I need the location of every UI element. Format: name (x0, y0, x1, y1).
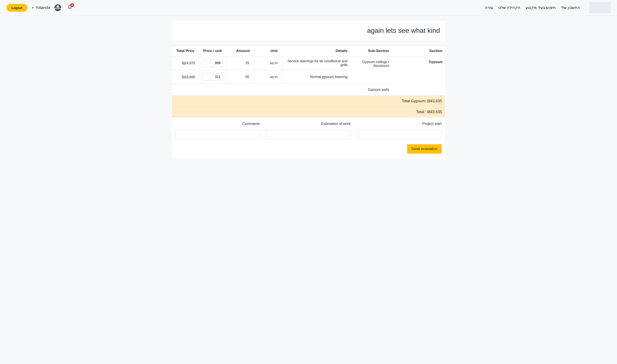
cell-total-price: ₪24,975 (172, 56, 199, 70)
user-dropdown[interactable]: ▼ Yolanda (32, 5, 50, 10)
form-section: Comments Estimation of work Project star… (172, 117, 445, 144)
th-subsection: Sub-Section (350, 46, 392, 56)
price-input[interactable] (202, 59, 223, 67)
table-row: ₪24,975 25 sq m Service openings for air… (172, 56, 445, 70)
nav-my-account[interactable]: החשבון שלי (561, 5, 580, 10)
comments-input[interactable] (175, 130, 260, 139)
cell-price-unit (199, 70, 226, 84)
logout-button[interactable]: Logout (6, 4, 27, 12)
username-label: Yolanda (36, 5, 50, 10)
logo-placeholder (589, 2, 611, 13)
project-start-input[interactable] (357, 130, 442, 139)
th-details: Details (282, 46, 350, 56)
cell-total-price: ₪18,660 (172, 70, 199, 84)
form-group-estimation: Estimation of work (266, 122, 351, 139)
cell-subsection: Gypsum ceilings / Aluminium (350, 56, 392, 84)
notifications-button[interactable]: 2 (68, 5, 72, 11)
submit-section: Send evaluation (172, 144, 445, 159)
comments-label: Comments (242, 122, 260, 126)
caret-down-icon: ▼ (32, 7, 34, 9)
estimate-table-wrapper: Total Price Price / unit Amount Unit Det… (172, 46, 445, 159)
price-input[interactable] (202, 73, 223, 81)
th-total-price: Total Price (172, 46, 199, 56)
header-left: Logout ▼ Yolanda 2 (6, 4, 72, 12)
th-section: Section (392, 46, 445, 56)
title-card: again lets see what kind (172, 21, 445, 40)
cell-price-unit (199, 56, 226, 70)
empty-cell (172, 84, 350, 96)
subtotal-cell: Total Gypsum: ₪43,635 (172, 96, 445, 106)
subtotal-row: Total Gypsum: ₪43,635 (172, 96, 445, 106)
form-group-project-start: Project start (357, 122, 442, 139)
page-title: again lets see what kind (177, 27, 440, 35)
th-unit: Unit (254, 46, 282, 56)
cell-amount: 60 (226, 70, 254, 84)
grand-total-cell: Total : ₪43,635 (172, 106, 445, 117)
cell-subsection-2: Gypsum walls (350, 84, 392, 96)
notification-badge: 2 (70, 3, 74, 7)
avatar[interactable] (55, 4, 61, 11)
cell-unit: sq m (254, 70, 282, 84)
nav-help[interactable]: עזרה (485, 5, 493, 10)
cell-amount: 25 (226, 56, 254, 70)
th-price-unit: Price / unit (199, 46, 226, 56)
cell-details: Normal gypsum lowering (282, 70, 350, 84)
nav-community[interactable]: הקהילה שלנו (498, 5, 520, 10)
estimation-input[interactable] (266, 130, 351, 139)
estimation-label: Estimation of work (321, 122, 351, 126)
nav-search-pros[interactable]: חיפוש בעלי מקצוע (525, 5, 556, 10)
estimate-table: Total Price Price / unit Amount Unit Det… (172, 46, 445, 117)
send-evaluation-button[interactable]: Send evaluation (407, 144, 442, 154)
cell-details: Service openings for air conditioner and… (282, 56, 350, 70)
th-amount: Amount (226, 46, 254, 56)
header: Logout ▼ Yolanda 2 עזרה הקהילה שלנו חיפו… (0, 0, 617, 15)
cell-unit: sq m (254, 56, 282, 70)
grand-total-row: Total : ₪43,635 (172, 106, 445, 117)
main-container: again lets see what kind Total Price Pri… (172, 15, 445, 164)
cell-section: Gypsum (392, 56, 445, 96)
header-right: עזרה הקהילה שלנו חיפוש בעלי מקצוע החשבון… (485, 2, 611, 13)
project-start-label: Project start (422, 122, 442, 126)
form-group-comments: Comments (175, 122, 260, 139)
